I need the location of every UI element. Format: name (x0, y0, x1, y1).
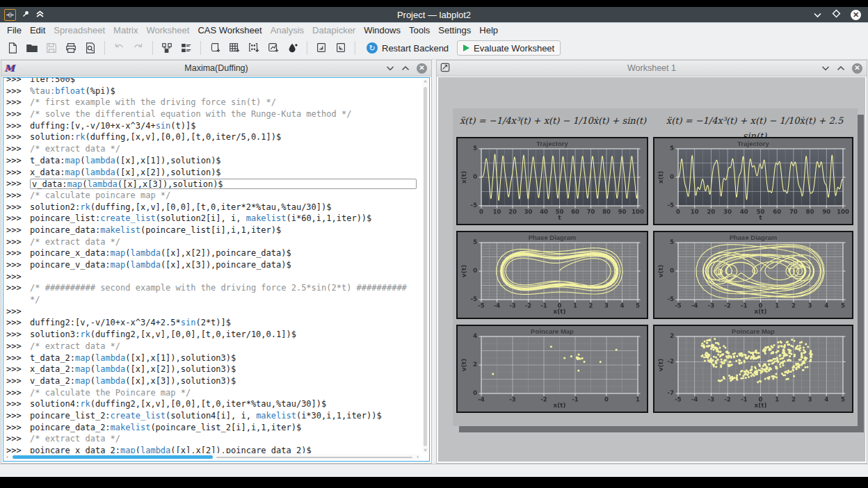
console-line: >>>/* extract data */ (6, 433, 421, 445)
menu-item-spreadsheet: Spreadsheet (49, 24, 109, 36)
vertical-scroll-thumb[interactable] (424, 87, 427, 446)
plot-title: Trajectory (654, 140, 852, 147)
close-button[interactable]: ✕ (851, 10, 861, 20)
console-line: >>> (6, 271, 421, 283)
shade-icon[interactable] (35, 10, 45, 20)
scroll-up-icon[interactable]: ˄ (422, 79, 428, 85)
plot-phase-diagram-1[interactable]: Phase Diagram (456, 231, 648, 319)
maxima-console[interactable]: >>>iter:500$>>>%tau:bfloat(%pi)$>>>/* fi… (3, 77, 430, 462)
top-black-strip (0, 0, 868, 7)
subwindow-restore-icon[interactable] (837, 63, 845, 73)
project-explorer-icon[interactable] (159, 40, 175, 56)
console-line: >>>duffing:[v,-v/10+x-x^3/4+sin(t)]$ (6, 120, 421, 132)
scroll-right-icon[interactable]: › (415, 454, 421, 460)
restart-backend-button[interactable]: ↻ Restart Backend (361, 41, 454, 55)
console-line: >>>poincare_x_data_2:map(lambda([x],x[2]… (6, 445, 421, 453)
new-matrix-icon[interactable] (246, 40, 262, 56)
console-horizontal-scrollbar[interactable]: ‹ › (4, 454, 421, 460)
console-line: >>>/* first example with the driving for… (6, 97, 421, 108)
console-line: >>> (6, 306, 421, 318)
console-line: >>>duffing2:[v,-v/10+x-x^3/4+2.5*sin(2*t… (6, 317, 421, 329)
plot-phase-diagram-2[interactable]: Phase Diagram (653, 231, 853, 319)
restart-backend-icon: ↻ (367, 42, 378, 54)
export-icon[interactable] (332, 40, 349, 56)
print-preview-icon[interactable] (82, 40, 99, 56)
console-text[interactable]: >>>iter:500$>>>%tau:bfloat(%pi)$>>>/* fi… (6, 78, 421, 453)
maxima-window-titlebar[interactable]: M Maxima(Duffing) ✕ (1, 60, 431, 76)
worksheet-window-titlebar[interactable]: Worksheet 1 ✕ (437, 60, 867, 76)
new-document-icon[interactable] (4, 40, 21, 56)
console-line: >>>poincare_list_2:create_list(solution4… (6, 410, 421, 422)
worksheet-page[interactable]: ẍ(t) = −1/4x³(t) + x(t) − 1/10ẋ(t) + sin… (453, 108, 858, 426)
new-datapicker-icon[interactable] (284, 40, 301, 56)
maxima-window-title: Maxima(Duffing) (1, 63, 431, 73)
subwindow-minimize-icon[interactable] (386, 63, 394, 73)
menu-item-file[interactable]: File (3, 24, 26, 36)
console-line: >>>poincare_data:makelist(poincare_list[… (6, 225, 421, 236)
console-line: >>>t_data_2:map(lambda([x],x[1]),solutio… (6, 352, 421, 364)
subwindow-minimize-icon[interactable] (821, 63, 830, 73)
minimize-button[interactable] (813, 10, 822, 20)
maximize-button[interactable] (832, 9, 841, 20)
import-icon[interactable] (313, 40, 330, 56)
console-line: >>>solution2:rk(duffing,[x,v],[0,0],[t,0… (6, 202, 421, 213)
horizontal-scroll-thumb[interactable] (13, 455, 213, 459)
worksheet-window-title: Worksheet 1 (437, 63, 867, 73)
plot-title: Phase Diagram (654, 234, 852, 241)
worksheet-canvas[interactable]: ẍ(t) = −1/4x³(t) + x(t) − 1/10ẋ(t) + sin… (438, 77, 865, 462)
horizontal-scroll-track[interactable] (216, 457, 412, 459)
console-line: >>>v_data:map(lambda([x],x[3]),solution)… (6, 178, 421, 190)
save-icon[interactable] (43, 40, 60, 56)
console-line: >>>v_data_2:map(lambda([x],x[3]),solutio… (6, 375, 421, 387)
console-line: >>>/* solve the differential equation wi… (6, 108, 421, 120)
menu-item-help[interactable]: Help (475, 24, 502, 36)
subwindow-restore-icon[interactable] (401, 63, 410, 73)
menu-item-tools[interactable]: Tools (405, 24, 434, 36)
bottom-black-strip (0, 477, 868, 488)
menu-item-edit[interactable]: Edit (26, 24, 49, 36)
plot-poincare-map-2[interactable]: Poincare Map (653, 325, 853, 413)
new-spreadsheet-icon[interactable] (226, 40, 243, 56)
menu-item-analysis: Analysis (266, 24, 308, 36)
properties-explorer-icon[interactable] (178, 40, 195, 56)
maxima-icon: M (5, 63, 15, 74)
new-cas-worksheet-icon[interactable] (207, 40, 223, 56)
plot-trajectory-1[interactable]: Trajectory (456, 137, 648, 225)
scroll-left-icon[interactable]: ‹ (4, 454, 10, 460)
equation-label-2: ẍ(t) = −1/4x³(t) + x(t) − 1/10ẋ(t) + 2.5… (656, 113, 853, 129)
console-vertical-scrollbar[interactable]: ˄ ˅ (422, 79, 428, 453)
print-icon[interactable] (63, 40, 79, 56)
menu-item-windows[interactable]: Windows (360, 24, 405, 36)
plot-title: Trajectory (458, 140, 647, 147)
window-titlebar[interactable]: Project — labplot2 ✕ (0, 7, 868, 22)
plot-trajectory-2[interactable]: Trajectory (653, 137, 853, 225)
toolbar-separator (355, 41, 355, 55)
undo-icon[interactable] (111, 40, 127, 56)
console-line: >>>poincare_data_2:makelist(poincare_lis… (6, 422, 421, 434)
menu-item-cas-worksheet[interactable]: CAS Worksheet (193, 24, 266, 36)
restart-backend-label: Restart Backend (382, 43, 449, 54)
redo-icon[interactable] (130, 40, 147, 56)
plot-title: Poincare Map (654, 327, 852, 335)
toolbar-separator (307, 41, 307, 55)
console-line: >>>solution4:rk(duffing2,[x,v],[0,0],[t,… (6, 398, 421, 410)
console-line: >>>/* ########## second example with the… (6, 282, 421, 294)
pin-icon[interactable] (22, 10, 30, 20)
equation-label-1: ẍ(t) = −1/4x³(t) + x(t) − 1/10ẋ(t) + sin… (458, 113, 648, 129)
app-icon[interactable] (4, 9, 16, 21)
subwindow-close-icon[interactable]: ✕ (852, 63, 862, 74)
application-window: Project — labplot2 ✕ FileEditSpreadsheet… (0, 0, 868, 488)
scroll-down-icon[interactable]: ˅ (422, 447, 428, 453)
evaluate-worksheet-button[interactable]: Evaluate Worksheet (457, 40, 561, 56)
console-line: >>>/* extract data */ (6, 236, 421, 248)
console-line: >>>/* extract data */ (6, 341, 421, 352)
open-folder-icon[interactable] (24, 40, 40, 56)
status-bar (0, 464, 868, 477)
subwindow-close-icon[interactable]: ✕ (417, 63, 427, 74)
toolbar-separator (200, 41, 201, 55)
menu-item-settings[interactable]: Settings (434, 24, 475, 36)
toolbar-separator (104, 41, 105, 55)
plot-poincare-map-1[interactable]: Poincare Map (456, 325, 648, 413)
new-worksheet-icon[interactable] (265, 40, 282, 56)
toolbar-separator (152, 41, 153, 55)
